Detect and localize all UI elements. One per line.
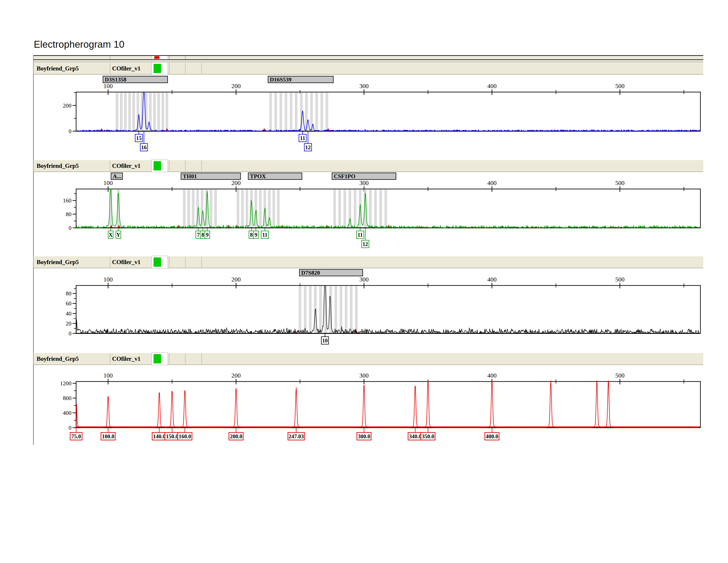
allele-bin-bar bbox=[290, 92, 292, 131]
allele-bin-bar bbox=[124, 92, 127, 131]
allele-label-text: 8 bbox=[250, 232, 253, 238]
allele-bin-bar bbox=[340, 286, 342, 333]
x-tick-label: 200 bbox=[231, 179, 241, 186]
y-tick-label: 0 bbox=[69, 225, 71, 231]
allele-bin-bar bbox=[210, 189, 212, 227]
allele-bin-bar bbox=[241, 189, 244, 227]
allele-bin-bar bbox=[355, 286, 358, 333]
y-tick-label: 1200 bbox=[60, 380, 71, 387]
allele-bin-bar bbox=[315, 92, 318, 131]
allele-bin-bar bbox=[343, 189, 346, 227]
allele-label-text: 160.0 bbox=[179, 433, 191, 439]
allele-bin-bar bbox=[345, 286, 347, 333]
allele-label-text: 140.0 bbox=[153, 433, 165, 439]
allele-bin-bar bbox=[274, 92, 277, 131]
x-tick-label: 300 bbox=[359, 83, 369, 89]
green-trace bbox=[76, 189, 700, 228]
x-tick-label: 400 bbox=[487, 276, 497, 283]
allele-bin-bar bbox=[338, 189, 341, 227]
blue-trace bbox=[76, 92, 700, 131]
allele-bin-bar bbox=[309, 286, 311, 333]
x-tick-label: 100 bbox=[103, 372, 113, 379]
locus-label: CSF1PO bbox=[334, 173, 355, 179]
allele-label-text: 16 bbox=[141, 144, 147, 150]
allele-bin-bar bbox=[187, 189, 190, 227]
allele-label-text: 15 bbox=[136, 135, 142, 141]
allele-bin-bar bbox=[379, 189, 382, 227]
allele-label-text: 247.03 bbox=[289, 433, 304, 439]
allele-label-text: 9 bbox=[255, 232, 257, 238]
locus-label: D3S1358 bbox=[105, 76, 126, 83]
allele-label-text: 100.0 bbox=[102, 433, 114, 439]
y-tick-label: 80 bbox=[66, 290, 71, 297]
allele-bin-bar bbox=[295, 92, 298, 131]
allele-bin-bar bbox=[259, 189, 262, 227]
y-tick-label: 40 bbox=[66, 311, 71, 317]
locus-label: TH01 bbox=[183, 173, 197, 179]
x-tick-label: 500 bbox=[615, 372, 625, 379]
allele-bin-bar bbox=[237, 189, 239, 227]
x-tick-label: 500 bbox=[615, 276, 625, 283]
allele-bin-bar bbox=[334, 286, 337, 333]
allele-bin-bar bbox=[250, 189, 253, 227]
allele-bin-bar bbox=[128, 92, 131, 131]
allele-bin-bar bbox=[326, 92, 328, 131]
allele-bin-bar bbox=[246, 189, 248, 227]
allele-bin-bar bbox=[277, 189, 280, 227]
x-tick-label: 100 bbox=[103, 179, 113, 186]
x-tick-label: 200 bbox=[231, 83, 241, 89]
y-tick-label: 800 bbox=[63, 395, 71, 401]
allele-label-text: 11 bbox=[262, 232, 268, 238]
locus-label: D16S539 bbox=[270, 76, 291, 83]
allele-bin-bar bbox=[319, 286, 322, 333]
allele-bin-bar bbox=[354, 189, 356, 227]
x-tick-label: 200 bbox=[231, 372, 241, 379]
allele-label-text: 12 bbox=[362, 241, 368, 247]
x-tick-label: 400 bbox=[487, 372, 497, 379]
x-tick-label: 200 bbox=[231, 276, 241, 283]
allele-bin-bar bbox=[161, 92, 164, 131]
x-tick-label: 300 bbox=[359, 372, 369, 379]
allele-label-text: 75.0 bbox=[71, 433, 81, 439]
allele-bin-bar bbox=[350, 286, 353, 333]
allele-label-text: Y bbox=[116, 232, 120, 238]
allele-bin-bar bbox=[116, 92, 118, 131]
allele-label-text: 200.0 bbox=[230, 433, 242, 439]
allele-label-text: 150.0 bbox=[166, 433, 178, 439]
allele-label-text: 350.0 bbox=[422, 433, 434, 439]
allele-bin-bar bbox=[299, 286, 301, 333]
allele-bin-bar bbox=[192, 189, 195, 227]
allele-bin-bar bbox=[166, 92, 168, 131]
y-tick-label: 400 bbox=[63, 410, 71, 416]
x-tick-label: 500 bbox=[615, 83, 625, 89]
x-tick-label: 400 bbox=[487, 179, 497, 186]
allele-bin-bar bbox=[120, 92, 123, 131]
allele-label-text: 340.0 bbox=[409, 433, 421, 439]
allele-bin-bar bbox=[183, 189, 186, 227]
chart-frame bbox=[76, 286, 700, 334]
allele-label-text: 11 bbox=[300, 135, 305, 141]
allele-bin-bar bbox=[285, 92, 287, 131]
allele-bin-bar bbox=[333, 189, 336, 227]
page: Electropherogram 10 Boyfriend_Grp5COfile… bbox=[0, 0, 728, 563]
electropherogram-charts: D3S1358D16S53910020030040050002001516111… bbox=[0, 0, 728, 563]
chart-frame bbox=[76, 92, 700, 131]
x-tick-label: 400 bbox=[487, 83, 497, 89]
y-tick-label: 0 bbox=[69, 425, 71, 431]
allele-label-text: 7 bbox=[197, 232, 200, 238]
allele-bin-bar bbox=[359, 189, 362, 227]
allele-bin-bar bbox=[157, 92, 160, 131]
x-tick-label: 500 bbox=[615, 179, 625, 186]
x-tick-label: 100 bbox=[103, 83, 113, 89]
y-tick-label: 80 bbox=[66, 211, 71, 217]
allele-bin-bar bbox=[305, 92, 308, 131]
allele-bin-bar bbox=[201, 189, 203, 227]
y-tick-label: 0 bbox=[69, 128, 71, 134]
allele-label-text: X bbox=[109, 232, 113, 238]
allele-bin-bar bbox=[304, 286, 306, 333]
allele-label-text: 11 bbox=[358, 232, 363, 238]
chart-frame bbox=[76, 189, 700, 228]
allele-bin-bar bbox=[214, 189, 217, 227]
locus-label: D7S820 bbox=[301, 269, 320, 276]
locus-label: A... bbox=[113, 173, 121, 179]
